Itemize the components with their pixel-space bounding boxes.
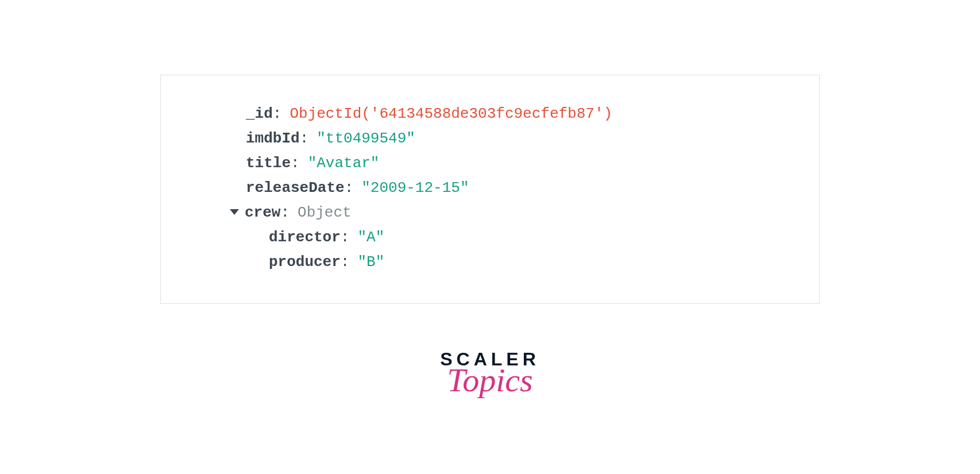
- field-colon: :: [280, 202, 290, 224]
- field-key: _id: [246, 103, 273, 125]
- field-colon: :: [273, 103, 282, 125]
- field-value: "Avatar": [308, 152, 380, 175]
- field-key: imdbId: [246, 128, 300, 150]
- field-value: Object: [298, 202, 352, 224]
- field-row-director[interactable]: director: "A": [230, 226, 819, 249]
- field-key: crew: [245, 202, 280, 224]
- field-value: "B": [357, 251, 384, 273]
- field-colon: :: [300, 128, 309, 150]
- field-value: "tt0499549": [317, 128, 415, 150]
- field-row-producer[interactable]: producer: "B": [230, 251, 819, 273]
- field-key: director: [269, 226, 341, 249]
- field-row-releasedate[interactable]: releaseDate: "2009-12-15": [230, 177, 819, 199]
- logo: SCALER Topics: [440, 349, 540, 399]
- field-value: "A": [357, 226, 384, 249]
- field-colon: :: [291, 152, 300, 175]
- field-colon: :: [345, 177, 354, 199]
- field-row-imdbid[interactable]: imdbId: "tt0499549": [230, 128, 819, 150]
- field-row-id[interactable]: _id: ObjectId('64134588de303fc9ecfefb87'…: [230, 103, 819, 125]
- field-key: releaseDate: [246, 177, 345, 199]
- field-colon: :: [341, 226, 350, 249]
- logo-topics-text: Topics: [447, 361, 533, 399]
- field-key: title: [246, 152, 291, 175]
- field-value: "2009-12-15": [361, 177, 469, 199]
- document-viewer: _id: ObjectId('64134588de303fc9ecfefb87'…: [160, 75, 820, 304]
- chevron-down-icon[interactable]: [230, 209, 239, 215]
- field-value: ObjectId('64134588de303fc9ecfefb87'): [290, 103, 612, 125]
- field-row-crew[interactable]: crew: Object: [230, 202, 819, 224]
- field-colon: :: [341, 251, 350, 273]
- field-key: producer: [269, 251, 341, 273]
- field-row-title[interactable]: title: "Avatar": [230, 152, 819, 175]
